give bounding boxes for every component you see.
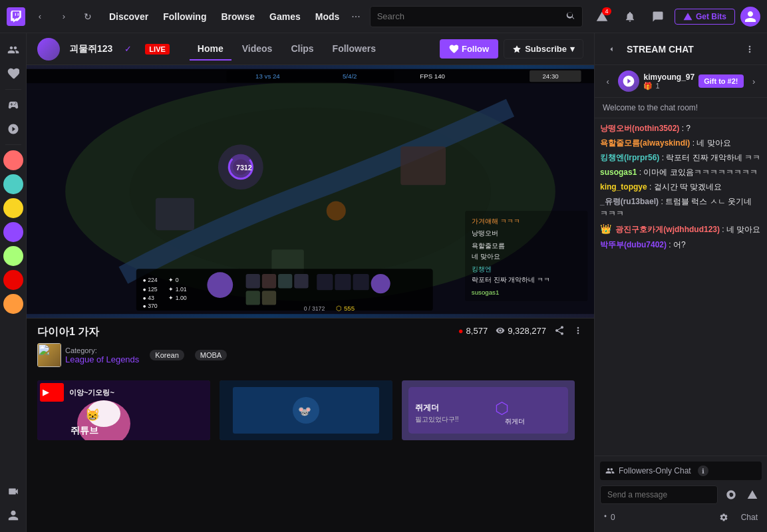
tag-moba[interactable]: MOBA <box>195 350 227 360</box>
chat-username-3[interactable]: 킹챙엔(lrprpr56) <box>600 153 659 162</box>
stream-info: 다이아1 가자 Category: League of Legends Kore… <box>27 318 594 374</box>
chat-gear-icon[interactable] <box>714 508 733 527</box>
svg-rect-40 <box>246 291 260 305</box>
gift-to-button[interactable]: Gift to #2! <box>698 74 743 88</box>
sidebar-item-games[interactable] <box>2 94 25 116</box>
video-player[interactable]: 13 vs 24 5/4/2 FPS 140 24:30 7312 가겨얘해 ㅋ… <box>27 65 594 318</box>
svg-rect-45 <box>371 274 390 293</box>
svg-text:쥐게더: 쥐게더 <box>505 418 525 425</box>
chat-username-2[interactable]: 욕할줄모름(alwayskindi) <box>600 138 690 148</box>
search-input[interactable] <box>377 11 562 21</box>
tab-followers[interactable]: Followers <box>325 38 384 61</box>
sidebar-avatar-6[interactable] <box>2 269 25 291</box>
gift-user-name: kimyoung_97 <box>643 72 694 82</box>
chat-panel: STREAM CHAT ‹ kimyoung_97 🎁 1 Gift to <box>594 33 767 532</box>
nav-more[interactable]: ··· <box>347 7 364 27</box>
channel-avatar[interactable] <box>37 38 60 61</box>
sidebar-item-camera[interactable] <box>2 480 25 503</box>
nav-forward[interactable]: › <box>55 7 73 26</box>
subscribe-button[interactable]: Subscribe ▾ <box>504 39 583 59</box>
gift-next-button[interactable]: › <box>748 73 760 89</box>
chat-settings-icon[interactable] <box>740 40 759 59</box>
total-views: 9,328,277 <box>496 326 546 336</box>
chat-input[interactable] <box>600 485 718 504</box>
follow-button[interactable]: Follow <box>440 39 498 59</box>
sidebar-item-browse[interactable] <box>2 63 25 85</box>
gift-coin-icon: 🎁 <box>643 82 653 90</box>
nav-games[interactable]: Games <box>263 7 307 26</box>
chat-emote-button[interactable] <box>722 485 740 504</box>
chat-username-4[interactable]: susogas1 <box>600 168 637 177</box>
get-bits-button[interactable]: Get Bits <box>675 9 735 25</box>
viewer-icon: ● <box>458 326 464 336</box>
svg-rect-3 <box>156 198 194 230</box>
chat-bits-button[interactable] <box>743 485 762 504</box>
svg-text:● 125: ● 125 <box>142 286 157 293</box>
sidebar-avatar-1[interactable] <box>2 149 25 172</box>
svg-text:● 370: ● 370 <box>142 303 157 309</box>
chat-username-6[interactable]: _유령(ru13bael) <box>600 197 659 206</box>
followers-only-info-icon[interactable]: ℹ <box>698 466 708 476</box>
chat-input-row <box>600 485 762 504</box>
sidebar-item-users-manage[interactable] <box>2 504 25 527</box>
bits-icon-btn[interactable]: 4 <box>591 5 613 28</box>
nav-discover[interactable]: Discover <box>102 7 155 26</box>
chat-message-4: susogas1 : 이마에 코있음ㅋㅋㅋㅋㅋㅋㅋㅋ <box>600 166 762 178</box>
tag-korean[interactable]: Korean <box>150 350 184 360</box>
user-avatar[interactable] <box>740 7 760 27</box>
nav-mods[interactable]: Mods <box>309 7 347 26</box>
viewer-count: ● 8,577 <box>458 326 488 336</box>
svg-text:필고있었다구!!: 필고있었다구!! <box>415 416 459 423</box>
svg-text:24:30: 24:30 <box>542 72 559 80</box>
category-icon <box>37 343 61 367</box>
clip-thumb-2[interactable]: 🐭 <box>220 380 392 440</box>
sidebar-avatar-4[interactable] <box>2 221 25 243</box>
chat-text-1: : ? <box>682 124 690 133</box>
nav-refresh[interactable]: ↻ <box>78 7 97 26</box>
chat-username-1[interactable]: 낭떵오버(nothin3502) <box>600 124 679 133</box>
notifications-icon[interactable] <box>619 5 641 28</box>
sidebar-avatar-7[interactable] <box>2 293 25 315</box>
nav-back[interactable]: ‹ <box>31 7 49 26</box>
chat-username-7[interactable]: 광진구호카게(wjdhhdud123) <box>615 225 720 234</box>
sidebar-item-esports[interactable] <box>2 118 25 140</box>
sidebar-avatar-3[interactable] <box>2 197 25 219</box>
tab-videos[interactable]: Videos <box>234 38 281 61</box>
whisper-icon[interactable] <box>647 5 669 28</box>
nav-following[interactable]: Following <box>156 7 213 26</box>
search-bar[interactable] <box>370 6 583 27</box>
chat-username-8[interactable]: 박뚜부(dubu7402) <box>600 240 667 249</box>
sidebar-item-following[interactable] <box>2 39 25 61</box>
video-content: 13 vs 24 5/4/2 FPS 140 24:30 7312 가겨얘해 ㅋ… <box>27 65 594 318</box>
top-navigation: ‹ › ↻ Discover Following Browse Games Mo… <box>0 0 767 33</box>
svg-text:쥐게더: 쥐게더 <box>415 403 439 412</box>
tab-clips[interactable]: Clips <box>283 38 321 61</box>
gift-prev-button[interactable]: ‹ <box>601 73 614 89</box>
tab-home[interactable]: Home <box>190 38 231 61</box>
chat-count-icon <box>600 513 608 521</box>
chat-bottom-icons: Chat <box>714 508 762 527</box>
chat-label[interactable]: Chat <box>737 508 762 527</box>
share-button[interactable] <box>554 325 565 336</box>
svg-text:⬡: ⬡ <box>495 399 509 417</box>
svg-text:쥐튜브: 쥐튜브 <box>71 425 98 436</box>
sidebar-avatar-5[interactable] <box>2 245 25 267</box>
clip-thumb-3[interactable]: 쥐게더 필고있었다구!! ⬡ 쥐게더 <box>402 380 575 440</box>
more-button[interactable] <box>573 325 583 336</box>
sidebar-avatar-2[interactable] <box>2 173 25 196</box>
chat-message-1: 낭떵오버(nothin3502) : ? <box>600 122 762 134</box>
chat-message-3: 킹챙엔(lrprpr56) : 락포터 진짜 개악하네 ㅋㅋ <box>600 152 762 164</box>
svg-text:이앙~기오링~: 이앙~기오링~ <box>69 388 114 396</box>
chat-header-icons <box>740 40 759 59</box>
collapse-chat-button[interactable] <box>603 40 621 59</box>
category-link[interactable]: League of Legends <box>65 354 139 364</box>
clip-thumb-1[interactable]: ▶ 이앙~기오링~ 😸 쥐튜브 <box>37 380 210 440</box>
svg-rect-43 <box>335 274 351 290</box>
sidebar-divider-2 <box>5 144 21 145</box>
twitch-logo[interactable] <box>7 7 25 26</box>
chat-username-5[interactable]: king_topgye <box>600 182 647 192</box>
chat-message-6: _유령(ru13bael) : 트럼블 럭스 ㅅㄴ 웃기네 ㅋㅋㅋ <box>600 196 762 219</box>
nav-browse[interactable]: Browse <box>214 7 261 26</box>
svg-text:네 맞아요: 네 맞아요 <box>472 253 500 260</box>
search-icon[interactable] <box>566 11 575 22</box>
